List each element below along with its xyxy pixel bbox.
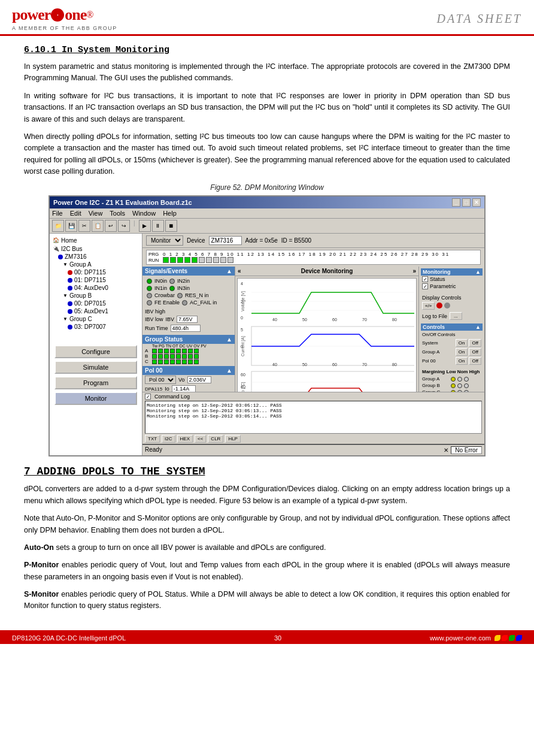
cmd-clr-btn[interactable]: CLR — [208, 435, 223, 443]
display-prev-btn[interactable]: «/» — [422, 302, 435, 310]
toolbar-btn-6[interactable]: ↪ — [118, 220, 130, 232]
monitoring-right-panel: Monitoring ▲ ✓ Status ✓ Parametric — [418, 267, 484, 392]
device-monitoring-header: « Device Monitoring » — [235, 267, 418, 276]
toolbar-btn-2[interactable]: 💾 — [65, 220, 77, 232]
toolbar-btn-1[interactable]: 📁 — [52, 220, 64, 232]
system-on-btn[interactable]: On — [456, 339, 468, 347]
dpa115-io-field[interactable] — [172, 385, 196, 392]
system-off-btn[interactable]: Off — [469, 339, 481, 347]
monitor-select[interactable]: Monitor — [146, 235, 183, 246]
footer-product: DP8120G 20A DC-DC Intelligent dPOL — [12, 634, 126, 642]
display-controls: Display Controls «/» — [421, 294, 483, 311]
controls-collapse-icon[interactable]: ▲ — [475, 324, 481, 330]
run-led-0 — [163, 257, 169, 263]
minimize-button[interactable]: _ — [452, 198, 460, 207]
program-button[interactable]: Program — [54, 376, 137, 389]
pol00-select[interactable]: Pol 00 — [145, 376, 176, 384]
prg-numbers-row: PRG 0 1 2 3 4 5 6 7 8 9 10 11 12 13 14 1… — [148, 252, 478, 257]
menu-view[interactable]: View — [89, 210, 103, 217]
pol00-on-btn[interactable]: On — [456, 357, 468, 365]
log-line-2: Monitoring step on 12-Sep-2012 03:05:13.… — [147, 408, 480, 413]
cmd-i2c-btn[interactable]: I2C — [162, 435, 175, 443]
tree-item-group-c[interactable]: ▼ Group C — [63, 315, 139, 323]
status-checkbox[interactable]: ✓ — [422, 276, 428, 282]
marg-a-nom-icon[interactable] — [457, 377, 462, 382]
ibv-field[interactable] — [177, 316, 198, 323]
log-to-file-button[interactable]: ... — [450, 312, 462, 320]
marg-b-low-icon[interactable] — [451, 383, 456, 388]
group-status-icon[interactable]: ▲ — [226, 336, 232, 343]
simulate-button[interactable]: Simulate — [54, 361, 137, 374]
tree-item-dp7007[interactable]: 03: DP7007 — [68, 323, 139, 331]
run-time-field[interactable] — [171, 325, 201, 332]
footer-right: www.power-one.com — [430, 634, 522, 642]
toolbar-btn-8[interactable]: ⏸ — [152, 220, 164, 232]
parametric-label: Parametric — [430, 283, 456, 289]
nav-left-icon[interactable]: « — [238, 268, 241, 274]
device-monitoring-area: « Device Monitoring » — [235, 267, 418, 392]
tree-item-home[interactable]: 🏠 Home — [52, 236, 139, 244]
in2in-led — [169, 279, 175, 284]
tree-item-group-a[interactable]: ▼ Group A — [63, 261, 139, 268]
voltage-chart: 4 2 0 40 50 60 70 80 — [239, 280, 414, 323]
close-button[interactable]: ✕ — [472, 198, 481, 207]
marg-a-high-icon[interactable] — [464, 377, 469, 382]
cmd-txt-btn[interactable]: TXT — [145, 435, 160, 443]
marg-b-high-icon[interactable] — [464, 383, 469, 388]
tree-item-dp7015[interactable]: 00: DP7015 — [68, 300, 139, 307]
marg-b-nom-icon[interactable] — [457, 383, 462, 388]
temp-chart: 60 40 20 0 40 50 60 70 80 — [239, 370, 414, 392]
menu-edit[interactable]: Edit — [70, 210, 81, 217]
group-a-off-btn[interactable]: Off — [469, 348, 481, 356]
pol00-vo-field[interactable] — [187, 376, 211, 383]
signals-collapse-icon[interactable]: ▲ — [226, 268, 232, 274]
tree-item-auxdev0[interactable]: 04: AuxDev0 — [68, 284, 139, 292]
device-value[interactable] — [209, 236, 242, 245]
logo-power: power — [12, 6, 50, 24]
tree-item-auxdev1[interactable]: 05: AuxDev1 — [68, 307, 139, 315]
toolbar-btn-7[interactable]: ▶ — [139, 220, 151, 232]
tree-item-group-b[interactable]: ▼ Group B — [63, 292, 139, 300]
status-label: Status — [430, 276, 445, 282]
leaf-yellow-icon — [494, 635, 500, 641]
window-titlebar: Power One I2C - Z1 K1 Evaluation Board.z… — [50, 196, 484, 208]
logo-area: power · one ® A MEMBER OF THE ABB GROUP — [12, 6, 117, 31]
current-chart: 5 0 40 50 60 70 80 Current [A] — [239, 325, 414, 368]
tree-item-dp7115-01[interactable]: 01: DP7115 — [68, 276, 139, 284]
fe-led — [147, 300, 152, 306]
marg-a-low-icon[interactable] — [451, 377, 456, 382]
menu-file[interactable]: File — [52, 210, 63, 217]
configure-button[interactable]: Configure — [54, 345, 137, 358]
menu-tools[interactable]: Tools — [110, 210, 125, 217]
cmd-prev-btn[interactable]: << — [195, 435, 206, 443]
maximize-button[interactable]: □ — [462, 198, 471, 207]
monitoring-collapse-icon[interactable]: ▲ — [475, 269, 481, 275]
controls-title: Controls — [423, 324, 445, 330]
cmd-log-text: Monitoring step on 12-Sep-2012 03:05:12.… — [145, 401, 482, 434]
nav-right-icon[interactable]: » — [412, 268, 416, 274]
group-a-on-btn[interactable]: On — [456, 348, 468, 356]
pol00-off-btn[interactable]: Off — [469, 357, 481, 365]
menu-help[interactable]: Help — [163, 210, 177, 217]
toolbar-btn-4[interactable]: 📋 — [92, 220, 104, 232]
tree-item-zm7316[interactable]: ZM7316 — [58, 253, 139, 261]
cmd-log-checkbox[interactable]: ✓ — [145, 394, 151, 400]
pol-collapse-icon[interactable]: ▲ — [226, 367, 232, 374]
current-svg: 5 0 40 50 60 70 80 Current [A] — [239, 325, 414, 367]
monitor-button[interactable]: Monitor — [54, 392, 137, 405]
cmd-hlp-btn[interactable]: HLP — [225, 435, 241, 443]
group-c-icon: ▼ — [63, 316, 68, 322]
cmd-hex-btn[interactable]: HEX — [177, 435, 193, 443]
toolbar-btn-9[interactable]: ⏹ — [165, 220, 177, 232]
toolbar-btn-5[interactable]: ↩ — [105, 220, 117, 232]
tree-item-i2c-bus[interactable]: 🔌 I2C Bus — [52, 244, 139, 253]
toolbar-btn-3[interactable]: ✂ — [78, 220, 90, 232]
datasheet-title: DATA SHEET — [437, 12, 522, 26]
signals-panel: Signals/Events ▲ IN0in IN2in — [142, 267, 235, 392]
monitoring-section-header: Monitoring ▲ — [421, 268, 483, 276]
menu-window[interactable]: Window — [132, 210, 156, 217]
tree-item-dp7115-00[interactable]: 00: DP7115 — [68, 268, 139, 276]
group-a-label: Group A — [422, 349, 454, 355]
ready-label: Ready — [145, 446, 162, 454]
parametric-checkbox[interactable]: ✓ — [422, 283, 428, 289]
